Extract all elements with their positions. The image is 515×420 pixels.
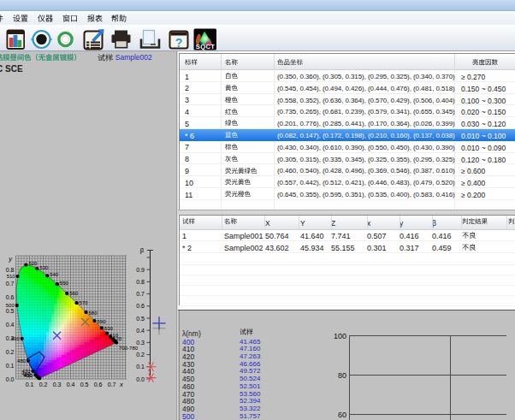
- svg-text:0.5: 0.5: [6, 308, 15, 314]
- svg-text:0.4: 0.4: [67, 382, 75, 387]
- svg-text:60: 60: [338, 411, 346, 419]
- svg-text:0.8: 0.8: [6, 267, 15, 273]
- svg-text:?: ?: [175, 36, 183, 50]
- svg-text:0.2: 0.2: [6, 349, 15, 355]
- svg-text:0.6: 0.6: [94, 382, 103, 387]
- svg-text:0.4: 0.4: [6, 322, 15, 328]
- svg-text:0.6: 0.6: [136, 303, 145, 309]
- svg-text:0.1: 0.1: [136, 364, 145, 370]
- svg-text:0.1: 0.1: [6, 363, 15, 369]
- svg-text:β: β: [140, 246, 145, 254]
- svg-text:580: 580: [89, 311, 98, 316]
- svg-text:0.7: 0.7: [136, 291, 145, 297]
- svg-text:510: 510: [7, 274, 16, 279]
- svg-text:570: 570: [80, 300, 89, 305]
- svg-text:0.2: 0.2: [39, 382, 48, 387]
- svg-text:y: y: [8, 255, 13, 263]
- svg-text:0.8: 0.8: [136, 279, 145, 285]
- svg-text:0.0: 0.0: [6, 376, 15, 382]
- svg-text:0.2: 0.2: [136, 352, 145, 358]
- svg-text:0.3: 0.3: [136, 340, 145, 346]
- svg-text:550: 550: [60, 281, 69, 286]
- svg-text:0.7: 0.7: [6, 281, 15, 287]
- svg-text:410: 410: [24, 373, 33, 378]
- svg-text:620: 620: [113, 336, 122, 341]
- svg-text:SQCT: SQCT: [196, 43, 215, 50]
- svg-text:560: 560: [69, 291, 79, 296]
- svg-text:0.5: 0.5: [80, 382, 89, 387]
- svg-text:80: 80: [338, 371, 346, 380]
- svg-text:0.0: 0.0: [136, 376, 145, 382]
- svg-text:x: x: [119, 381, 123, 388]
- svg-text:0.9: 0.9: [136, 267, 145, 273]
- svg-text:0.3: 0.3: [53, 382, 62, 387]
- svg-text:480: 480: [17, 358, 27, 364]
- svg-text:600: 600: [104, 326, 114, 331]
- svg-text:100: 100: [334, 332, 346, 340]
- svg-text:700-780: 700-780: [119, 346, 139, 351]
- svg-text:0.1: 0.1: [26, 382, 34, 387]
- svg-text:0.4: 0.4: [136, 328, 145, 334]
- svg-text:590: 590: [98, 319, 107, 324]
- svg-text:0.6: 0.6: [6, 294, 15, 300]
- svg-text:0.5: 0.5: [136, 316, 145, 322]
- svg-text:520: 520: [28, 261, 38, 266]
- svg-text:0.3: 0.3: [6, 335, 15, 341]
- svg-text:530: 530: [39, 265, 49, 270]
- svg-text:540: 540: [50, 272, 59, 277]
- svg-text:0.7: 0.7: [108, 382, 116, 387]
